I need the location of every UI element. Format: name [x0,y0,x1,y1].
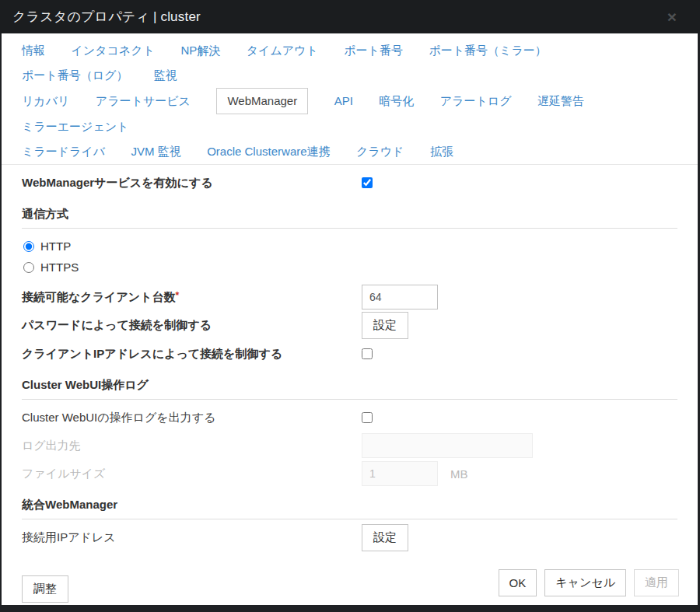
enable-webmanager-row: WebManagerサービスを有効にする [22,170,677,196]
tab-port-mirror[interactable]: ポート番号（ミラー） [429,38,546,63]
log-dest-input [362,433,533,458]
tab-interconnect[interactable]: インタコネクト [71,38,154,63]
http-radio-label: HTTP [40,240,71,253]
tab-api[interactable]: API [334,89,353,114]
output-log-label: Cluster WebUIの操作ログを出力する [22,411,362,425]
dialog-titlebar: クラスタのプロパティ | cluster × [0,0,700,33]
tab-port[interactable]: ポート番号 [344,38,403,63]
cancel-button[interactable]: キャンセル [544,569,626,596]
file-size-label: ファイルサイズ [22,467,362,481]
tab-row-3: ミラードライバ JVM 監視 Oracle Clusterware連携 クラウド… [22,139,677,164]
file-size-input [362,461,438,486]
client-ip-control-checkbox[interactable] [362,348,373,359]
dialog-footer: OK キャンセル 適用 [499,569,679,596]
max-clients-label: 接続可能なクライアント台数* [22,290,362,305]
tab-cloud[interactable]: クラウド [356,139,404,164]
dialog-title: クラスタのプロパティ | cluster [12,8,201,26]
integrated-webmanager-section: 統合WebManager [22,490,677,519]
client-ip-control-label: クライアントIPアドレスによって接続を制御する [22,347,362,362]
connection-ip-label: 接続用IPアドレス [22,530,362,545]
https-radio-row: HTTPS [22,257,677,278]
password-control-label: パスワードによって接続を制御する [22,318,362,333]
tab-np-resolution[interactable]: NP解決 [180,38,220,63]
max-clients-input[interactable] [362,285,438,309]
log-dest-label: ログ出力先 [22,439,362,453]
tab-mirror-agent[interactable]: ミラーエージェント [22,114,128,139]
tab-webmanager[interactable]: WebManager [216,88,308,114]
tab-port-log[interactable]: ポート番号（ログ） [22,63,128,88]
tab-recovery[interactable]: リカバリ [22,89,69,114]
file-size-unit: MB [450,467,468,481]
tab-jvm-monitor[interactable]: JVM 監視 [131,139,181,164]
tab-monitor[interactable]: 監視 [154,63,177,88]
tab-timeout[interactable]: タイムアウト [247,38,318,63]
connection-ip-settings-button[interactable]: 設定 [362,524,408,551]
tab-alert-log[interactable]: アラートログ [440,89,512,114]
tune-button[interactable]: 調整 [22,575,68,603]
apply-button[interactable]: 適用 [634,569,679,596]
tab-alert-service[interactable]: アラートサービス [96,89,191,114]
http-radio-row: HTTP [22,236,677,257]
close-icon[interactable]: × [666,7,688,26]
http-radio[interactable] [23,241,34,252]
connection-ip-row: 接続用IPアドレス 設定 [22,524,677,551]
max-clients-row: 接続可能なクライアント台数* [22,284,677,310]
https-radio-label: HTTPS [40,261,79,274]
communication-method-section: 通信方式 [22,199,677,229]
log-dest-row: ログ出力先 [22,432,677,459]
output-log-checkbox[interactable] [362,412,373,423]
webmanager-tab-panel: WebManagerサービスを有効にする 通信方式 HTTP HTTPS 接続可… [2,165,698,605]
output-log-row: Cluster WebUIの操作ログを出力する [22,404,677,431]
password-control-row: パスワードによって接続を制御する 設定 [22,312,677,339]
enable-webmanager-label: WebManagerサービスを有効にする [22,176,362,191]
tab-encryption[interactable]: 暗号化 [379,89,414,114]
tab-info[interactable]: 情報 [22,38,45,63]
tab-extension[interactable]: 拡張 [430,139,453,164]
file-size-row: ファイルサイズ MB [22,460,677,487]
cluster-properties-dialog: 情報 インタコネクト NP解決 タイムアウト ポート番号 ポート番号（ミラー） … [2,33,698,605]
tab-oracle-clusterware[interactable]: Oracle Clusterware連携 [207,139,330,164]
tab-mirror-driver[interactable]: ミラードライバ [22,139,105,164]
password-settings-button[interactable]: 設定 [362,312,408,339]
required-asterisk: * [175,290,179,301]
tab-row-2: リカバリ アラートサービス WebManager API 暗号化 アラートログ … [22,88,677,139]
ok-button[interactable]: OK [499,569,537,596]
tab-row-1: 情報 インタコネクト NP解決 タイムアウト ポート番号 ポート番号（ミラー） … [22,38,677,88]
tab-bar: 情報 インタコネクト NP解決 タイムアウト ポート番号 ポート番号（ミラー） … [2,33,698,165]
tab-delay-warning[interactable]: 遅延警告 [537,89,584,114]
https-radio[interactable] [23,262,34,273]
enable-webmanager-checkbox[interactable] [362,177,373,188]
client-ip-control-row: クライアントIPアドレスによって接続を制御する [22,341,677,367]
webui-log-section: Cluster WebUI操作ログ [22,370,677,400]
